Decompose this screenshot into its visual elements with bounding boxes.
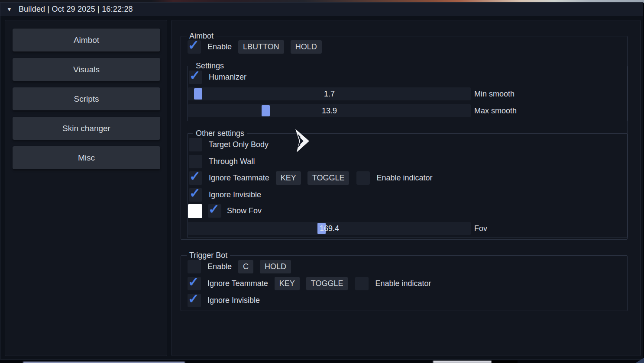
fov-color-swatch[interactable] — [188, 204, 202, 218]
main-panel: Aimbot ✓ Enable LBUTTON HOLD Settings ✓ — [172, 20, 641, 356]
min-smooth-slider-row: 1.7 Min smooth — [188, 87, 515, 100]
game-hud-box — [492, 360, 518, 363]
fov-value: 169.4 — [188, 222, 471, 235]
trigger-enable-row: ✓ Enable C HOLD — [188, 260, 291, 273]
check-icon: ✓ — [189, 168, 201, 184]
fov-label: Fov — [474, 224, 487, 233]
trigger-ignore-invisible-checkbox[interactable]: ✓ — [188, 294, 201, 307]
min-smooth-value: 1.7 — [188, 87, 471, 100]
other-settings-group-label: Other settings — [193, 129, 247, 138]
check-icon: ✓ — [188, 274, 199, 290]
ignore-teammate-keybind-button[interactable]: KEY — [276, 171, 301, 185]
humanizer-row: ✓ Humanizer — [189, 71, 246, 84]
trigger-keybind-button[interactable]: C — [238, 260, 253, 273]
title-bar[interactable]: ▼ Builded | Oct 29 2025 | 16:22:28 — [0, 3, 643, 16]
trigger-enable-indicator-checkbox[interactable]: ✓ — [355, 277, 369, 290]
game-hud-glow — [433, 361, 492, 363]
min-smooth-label: Min smooth — [474, 90, 515, 99]
trigger-ignore-teammate-keybind-button[interactable]: KEY — [275, 277, 300, 290]
window-title: Builded | Oct 29 2025 | 16:22:28 — [19, 5, 133, 14]
check-icon: ✓ — [189, 67, 201, 84]
ignore-invisible-row: ✓ Ignore Invisible — [189, 188, 261, 202]
trigger-ignore-teammate-label: Ignore Teammate — [207, 279, 268, 288]
aimbot-keymode-button[interactable]: HOLD — [291, 40, 322, 54]
trigger-enable-checkbox[interactable]: ✓ — [188, 260, 201, 273]
aimbot-enable-checkbox[interactable]: ✓ — [188, 40, 201, 54]
target-only-body-row: ✓ Target Only Body — [189, 138, 269, 151]
check-icon: ✓ — [208, 201, 220, 217]
check-icon: ✓ — [188, 37, 199, 53]
humanizer-label: Humanizer — [209, 73, 246, 82]
cheat-menu-window: ▼ Builded | Oct 29 2025 | 16:22:28 Aimbo… — [0, 2, 643, 360]
target-only-body-checkbox[interactable]: ✓ — [189, 138, 202, 151]
fov-slider-row: 169.4 Fov — [188, 222, 487, 235]
ignore-teammate-keymode-button[interactable]: TOGGLE — [307, 171, 350, 185]
screen: ▼ Builded | Oct 29 2025 | 16:22:28 Aimbo… — [0, 0, 644, 363]
sidebar: Aimbot Visuals Scripts Skin changer Misc — [5, 20, 167, 356]
ignore-invisible-label: Ignore Invisible — [209, 190, 261, 199]
aimbot-enable-row: ✓ Enable LBUTTON HOLD — [188, 40, 322, 54]
trigger-ignore-invisible-label: Ignore Invisible — [207, 296, 260, 305]
max-smooth-slider-row: 13.9 Max smooth — [188, 104, 517, 117]
ignore-teammate-label: Ignore Teammate — [209, 173, 269, 183]
ignore-invisible-checkbox[interactable]: ✓ — [189, 188, 202, 202]
game-background-bottom-strip — [0, 360, 644, 363]
other-settings-group: Other settings ✓ Target Only Body ✓ Thro… — [187, 133, 628, 238]
enable-indicator-checkbox[interactable]: ✓ — [356, 171, 370, 185]
show-fov-row: ✓ Show Fov — [188, 204, 262, 218]
aimbot-enable-label: Enable — [207, 42, 232, 51]
trigger-ignore-invisible-row: ✓ Ignore Invisible — [188, 294, 260, 307]
trigger-enable-label: Enable — [207, 262, 232, 271]
check-icon: ✓ — [189, 185, 201, 201]
max-smooth-slider[interactable]: 13.9 — [188, 104, 471, 117]
aimbot-keybind-button[interactable]: LBUTTON — [238, 40, 284, 54]
settings-group: Settings ✓ Humanizer 1.7 Min smooth — [187, 66, 628, 121]
check-icon: ✓ — [188, 291, 199, 307]
resize-grip[interactable] — [631, 357, 644, 363]
show-fov-label: Show Fov — [227, 206, 262, 215]
through-wall-checkbox[interactable]: ✓ — [189, 155, 202, 168]
ignore-teammate-checkbox[interactable]: ✓ — [189, 171, 202, 185]
collapse-arrow-icon[interactable]: ▼ — [6, 6, 12, 13]
aimbot-group: Aimbot ✓ Enable LBUTTON HOLD Settings ✓ — [181, 36, 628, 240]
ignore-teammate-row: ✓ Ignore Teammate KEY TOGGLE ✓ Enable in… — [189, 171, 433, 185]
trigger-bot-group-label: Trigger Bot — [187, 251, 230, 260]
min-smooth-slider[interactable]: 1.7 — [188, 87, 471, 100]
trigger-bot-group: Trigger Bot ✓ Enable C HOLD ✓ Ignore Tea… — [181, 255, 628, 311]
fov-slider[interactable]: 169.4 — [188, 222, 471, 235]
through-wall-row: ✓ Through Wall — [189, 155, 255, 168]
sidebar-item-aimbot[interactable]: Aimbot — [13, 29, 160, 51]
sidebar-item-skin-changer[interactable]: Skin changer — [13, 117, 160, 140]
target-only-body-label: Target Only Body — [209, 140, 269, 149]
show-fov-checkbox[interactable]: ✓ — [208, 204, 221, 218]
trigger-enable-indicator-label: Enable indicator — [375, 279, 431, 288]
trigger-ignore-teammate-checkbox[interactable]: ✓ — [188, 277, 201, 290]
trigger-ignore-teammate-row: ✓ Ignore Teammate KEY TOGGLE ✓ Enable in… — [188, 277, 431, 290]
sidebar-item-visuals[interactable]: Visuals — [13, 58, 160, 81]
enable-indicator-label: Enable indicator — [376, 173, 432, 183]
max-smooth-label: Max smooth — [474, 106, 517, 116]
humanizer-checkbox[interactable]: ✓ — [189, 71, 202, 84]
max-smooth-value: 13.9 — [188, 104, 471, 117]
sidebar-item-misc[interactable]: Misc — [13, 146, 160, 169]
trigger-ignore-teammate-keymode-button[interactable]: TOGGLE — [306, 277, 348, 290]
sidebar-item-scripts[interactable]: Scripts — [13, 87, 160, 110]
through-wall-label: Through Wall — [209, 157, 255, 166]
trigger-keymode-button[interactable]: HOLD — [260, 260, 291, 273]
